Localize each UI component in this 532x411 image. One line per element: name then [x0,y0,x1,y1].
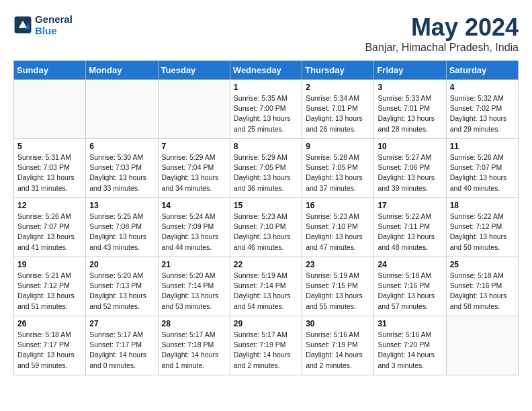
day-number: 23 [306,260,370,269]
day-info: Sunrise: 5:30 AMSunset: 7:03 PMDaylight:… [89,152,154,193]
calendar-cell [158,80,230,139]
day-info: Sunrise: 5:21 AMSunset: 7:12 PMDaylight:… [17,271,82,312]
day-number: 7 [162,142,226,151]
day-info: Sunrise: 5:18 AMSunset: 7:16 PMDaylight:… [450,271,515,312]
calendar-cell: 14Sunrise: 5:24 AMSunset: 7:09 PMDayligh… [158,198,230,257]
weekday-header-cell: Thursday [302,61,374,80]
calendar-cell: 29Sunrise: 5:17 AMSunset: 7:19 PMDayligh… [230,316,302,375]
day-info: Sunrise: 5:19 AMSunset: 7:15 PMDaylight:… [306,271,370,312]
day-number: 17 [378,201,442,210]
day-info: Sunrise: 5:28 AMSunset: 7:05 PMDaylight:… [306,152,370,193]
day-number: 11 [450,142,515,151]
day-number: 16 [306,201,370,210]
day-number: 12 [17,201,82,210]
calendar-cell: 27Sunrise: 5:17 AMSunset: 7:17 PMDayligh… [86,316,158,375]
day-info: Sunrise: 5:25 AMSunset: 7:08 PMDaylight:… [89,212,154,253]
day-info: Sunrise: 5:29 AMSunset: 7:04 PMDaylight:… [162,152,226,193]
calendar-cell: 24Sunrise: 5:18 AMSunset: 7:16 PMDayligh… [374,257,446,316]
calendar-cell: 26Sunrise: 5:18 AMSunset: 7:17 PMDayligh… [14,316,86,375]
day-number: 3 [378,83,442,92]
day-info: Sunrise: 5:18 AMSunset: 7:17 PMDaylight:… [17,330,82,371]
calendar-cell: 9Sunrise: 5:28 AMSunset: 7:05 PMDaylight… [302,139,374,198]
calendar-cell: 3Sunrise: 5:33 AMSunset: 7:01 PMDaylight… [374,80,446,139]
day-number: 15 [234,201,298,210]
calendar-cell: 6Sunrise: 5:30 AMSunset: 7:03 PMDaylight… [86,139,158,198]
day-info: Sunrise: 5:34 AMSunset: 7:01 PMDaylight:… [306,93,370,134]
calendar-cell: 13Sunrise: 5:25 AMSunset: 7:08 PMDayligh… [86,198,158,257]
day-number: 19 [17,260,82,269]
day-info: Sunrise: 5:24 AMSunset: 7:09 PMDaylight:… [162,212,226,253]
day-info: Sunrise: 5:19 AMSunset: 7:14 PMDaylight:… [234,271,298,312]
day-number: 9 [306,142,370,151]
calendar-cell: 28Sunrise: 5:17 AMSunset: 7:18 PMDayligh… [158,316,230,375]
calendar-cell: 8Sunrise: 5:29 AMSunset: 7:05 PMDaylight… [230,139,302,198]
day-info: Sunrise: 5:17 AMSunset: 7:18 PMDaylight:… [162,330,226,371]
calendar-row: 12Sunrise: 5:26 AMSunset: 7:07 PMDayligh… [14,198,519,257]
logo-icon [13,15,32,34]
day-number: 28 [162,319,226,328]
calendar-cell [446,316,518,375]
weekday-header-cell: Saturday [446,61,518,80]
logo: General Blue [13,13,73,36]
day-number: 13 [89,201,154,210]
day-info: Sunrise: 5:22 AMSunset: 7:12 PMDaylight:… [450,212,515,253]
day-number: 21 [162,260,226,269]
day-number: 8 [234,142,298,151]
day-number: 2 [306,83,370,92]
calendar-cell [14,80,86,139]
logo-text: General Blue [35,13,73,36]
day-info: Sunrise: 5:22 AMSunset: 7:11 PMDaylight:… [378,212,442,253]
calendar-cell: 15Sunrise: 5:23 AMSunset: 7:10 PMDayligh… [230,198,302,257]
day-number: 29 [234,319,298,328]
weekday-header-cell: Monday [86,61,158,80]
day-info: Sunrise: 5:17 AMSunset: 7:19 PMDaylight:… [234,330,298,371]
calendar-body: 1Sunrise: 5:35 AMSunset: 7:00 PMDaylight… [14,80,519,375]
calendar-cell: 30Sunrise: 5:16 AMSunset: 7:19 PMDayligh… [302,316,374,375]
day-info: Sunrise: 5:23 AMSunset: 7:10 PMDaylight:… [306,212,370,253]
day-number: 10 [378,142,442,151]
calendar-cell [86,80,158,139]
calendar-cell: 22Sunrise: 5:19 AMSunset: 7:14 PMDayligh… [230,257,302,316]
day-number: 30 [306,319,370,328]
day-info: Sunrise: 5:17 AMSunset: 7:17 PMDaylight:… [89,330,154,371]
calendar-row: 1Sunrise: 5:35 AMSunset: 7:00 PMDaylight… [14,80,519,139]
calendar-cell: 31Sunrise: 5:16 AMSunset: 7:20 PMDayligh… [374,316,446,375]
day-info: Sunrise: 5:32 AMSunset: 7:02 PMDaylight:… [450,93,515,134]
calendar-cell: 2Sunrise: 5:34 AMSunset: 7:01 PMDaylight… [302,80,374,139]
weekday-header-cell: Wednesday [230,61,302,80]
calendar-cell: 17Sunrise: 5:22 AMSunset: 7:11 PMDayligh… [374,198,446,257]
page-header: General Blue May 2024 Banjar, Himachal P… [13,13,519,54]
day-number: 4 [450,83,515,92]
day-info: Sunrise: 5:20 AMSunset: 7:13 PMDaylight:… [89,271,154,312]
day-info: Sunrise: 5:26 AMSunset: 7:07 PMDaylight:… [450,152,515,193]
calendar-cell: 19Sunrise: 5:21 AMSunset: 7:12 PMDayligh… [14,257,86,316]
calendar-cell: 21Sunrise: 5:20 AMSunset: 7:14 PMDayligh… [158,257,230,316]
day-number: 31 [378,319,442,328]
weekday-header-cell: Sunday [14,61,86,80]
day-number: 22 [234,260,298,269]
weekday-header-row: SundayMondayTuesdayWednesdayThursdayFrid… [14,61,519,80]
location-title: Banjar, Himachal Pradesh, India [365,42,519,54]
day-number: 14 [162,201,226,210]
day-info: Sunrise: 5:23 AMSunset: 7:10 PMDaylight:… [234,212,298,253]
calendar-cell: 4Sunrise: 5:32 AMSunset: 7:02 PMDaylight… [446,80,518,139]
day-info: Sunrise: 5:35 AMSunset: 7:00 PMDaylight:… [234,93,298,134]
day-info: Sunrise: 5:29 AMSunset: 7:05 PMDaylight:… [234,152,298,193]
day-info: Sunrise: 5:16 AMSunset: 7:19 PMDaylight:… [306,330,370,371]
calendar-cell: 7Sunrise: 5:29 AMSunset: 7:04 PMDaylight… [158,139,230,198]
calendar-cell: 20Sunrise: 5:20 AMSunset: 7:13 PMDayligh… [86,257,158,316]
day-number: 20 [89,260,154,269]
month-title: May 2024 [365,13,519,42]
weekday-header-cell: Friday [374,61,446,80]
day-number: 26 [17,319,82,328]
day-info: Sunrise: 5:26 AMSunset: 7:07 PMDaylight:… [17,212,82,253]
calendar-cell: 10Sunrise: 5:27 AMSunset: 7:06 PMDayligh… [374,139,446,198]
day-number: 24 [378,260,442,269]
calendar-cell: 12Sunrise: 5:26 AMSunset: 7:07 PMDayligh… [14,198,86,257]
calendar-cell: 16Sunrise: 5:23 AMSunset: 7:10 PMDayligh… [302,198,374,257]
day-number: 1 [234,83,298,92]
day-info: Sunrise: 5:31 AMSunset: 7:03 PMDaylight:… [17,152,82,193]
day-number: 27 [89,319,154,328]
calendar-cell: 23Sunrise: 5:19 AMSunset: 7:15 PMDayligh… [302,257,374,316]
day-info: Sunrise: 5:16 AMSunset: 7:20 PMDaylight:… [378,330,442,371]
